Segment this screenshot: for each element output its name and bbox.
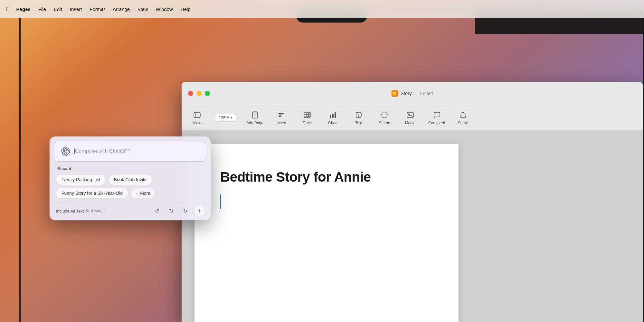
menubar-edit[interactable]: Edit [54, 6, 62, 12]
menubar-insert[interactable]: Insert [70, 6, 82, 12]
svg-point-23 [382, 112, 387, 118]
pages-toolbar: View 125% ▾ [182, 105, 643, 131]
zoom-value: 125% [219, 115, 229, 120]
undo-button[interactable]: ↺ [152, 206, 162, 216]
svg-rect-10 [279, 114, 282, 115]
word-count: 4 words [91, 209, 104, 213]
media-label: Media [405, 121, 416, 125]
refresh-button[interactable]: ↻ [180, 206, 190, 216]
up-down-arrows-icon: ⇅ [86, 209, 89, 213]
menubar-arrange[interactable]: Arrange [113, 6, 130, 12]
toolbar-insert[interactable]: Insert [274, 110, 289, 125]
text-cursor [220, 194, 221, 209]
menubar-format[interactable]: Format [90, 6, 105, 12]
redo-button[interactable]: ↻ [166, 206, 176, 216]
edited-status: — Edited [414, 91, 433, 96]
compose-placeholder: Compose with ChatGPT [74, 148, 199, 155]
recent-chip-family[interactable]: Family Packing List [56, 174, 106, 185]
toolbar-share[interactable]: Share [455, 110, 471, 125]
media-icon [406, 110, 415, 119]
toolbar-add-page[interactable]: Add Page [246, 110, 263, 125]
toolbar-chart[interactable]: Chart [325, 110, 341, 125]
desktop:  Pages File Edit Insert Format Arrange … [0, 0, 644, 322]
include-text-toggle[interactable]: Include All Text ⇅ 4 words [56, 209, 105, 213]
menubar-help[interactable]: Help [181, 6, 191, 12]
add-page-icon [251, 110, 260, 119]
toolbar-view[interactable]: View [189, 110, 205, 125]
document-page[interactable]: Bedtime Story for Annie [194, 144, 459, 322]
add-button[interactable]: + [194, 206, 204, 216]
close-button[interactable] [188, 91, 193, 96]
pages-window: Story — Edited View [182, 82, 643, 322]
svg-rect-17 [330, 115, 331, 118]
menubar:  Pages File Edit Insert Format Arrange … [0, 0, 644, 18]
toolbar-text[interactable]: Text [351, 110, 366, 125]
toolbar-zoom[interactable]: 125% ▾ [215, 114, 236, 122]
toolbar-comment[interactable]: Comment [428, 110, 445, 125]
window-controls [188, 91, 210, 96]
insert-icon [277, 110, 286, 119]
screen-bezel: Story — Edited View [19, 10, 644, 322]
shape-icon [380, 110, 389, 119]
sidebar-icon [193, 110, 202, 119]
shape-label: Shape [379, 121, 390, 125]
svg-rect-2 [393, 93, 396, 94]
document-body[interactable]: Bedtime Story for Annie [182, 131, 643, 322]
table-label: Table [303, 121, 312, 125]
svg-rect-1 [393, 92, 396, 93]
screen: Story — Edited View [21, 11, 643, 322]
window-titlebar: Story — Edited [182, 82, 643, 105]
recent-chip-bookclub[interactable]: Book Club Invite [109, 174, 152, 185]
chevron-down-icon: ⌄ [136, 191, 139, 195]
menubar-file[interactable]: File [38, 6, 46, 12]
recent-chips: Family Packing List Book Club Invite Fun… [56, 174, 204, 199]
share-icon [459, 110, 468, 119]
share-label: Share [458, 121, 468, 125]
chart-icon [328, 110, 337, 119]
svg-rect-12 [304, 112, 310, 118]
openai-icon [61, 147, 71, 156]
menubar-pages[interactable]: Pages [16, 6, 31, 12]
more-label: More [140, 191, 150, 196]
recent-section: Recent Family Packing List Book Club Inv… [50, 164, 211, 203]
chart-label: Chart [328, 121, 337, 125]
document-title: Story [401, 90, 412, 96]
table-icon [303, 110, 312, 119]
svg-rect-4 [194, 112, 200, 118]
menubar-view[interactable]: View [137, 6, 148, 12]
toolbar-table[interactable]: Table [299, 110, 315, 125]
svg-rect-19 [335, 112, 336, 118]
recent-chip-funny[interactable]: Funny Story for a Six-Year-Old [56, 188, 128, 199]
window-title-area: Story — Edited [392, 90, 433, 97]
toolbar-media[interactable]: Media [402, 110, 418, 125]
minimize-button[interactable] [196, 91, 202, 96]
footer-actions: ↺ ↻ ↻ + [152, 206, 204, 216]
document-heading: Bedtime Story for Annie [220, 169, 433, 185]
svg-rect-18 [332, 114, 334, 118]
include-text-label: Include All Text [56, 209, 84, 213]
zoom-chevron: ▾ [231, 116, 232, 120]
comment-icon [432, 110, 441, 119]
popup-footer: Include All Text ⇅ 4 words ↺ ↻ ↻ + [50, 203, 211, 220]
comment-label: Comment [428, 121, 445, 125]
svg-rect-11 [279, 116, 281, 117]
svg-rect-9 [279, 113, 284, 114]
toolbar-shape[interactable]: Shape [377, 110, 392, 125]
text-label: Text [355, 121, 362, 125]
apple-menu-icon[interactable]:  [6, 6, 9, 13]
svg-rect-3 [393, 94, 395, 95]
more-button[interactable]: ⌄ More [131, 188, 155, 199]
menubar-window[interactable]: Window [156, 6, 173, 12]
insert-label: Insert [277, 121, 286, 125]
document-icon [392, 90, 398, 97]
compose-input-area[interactable]: Compose with ChatGPT [54, 141, 206, 162]
maximize-button[interactable] [205, 91, 210, 96]
view-label: View [193, 121, 201, 125]
text-icon [354, 110, 363, 119]
document-cursor-line [220, 194, 433, 209]
add-page-label: Add Page [246, 121, 263, 125]
chatgpt-compose-popup: Compose with ChatGPT Recent Family Packi… [50, 137, 211, 220]
placeholder-text: Compose with ChatGPT [75, 148, 131, 154]
recent-label: Recent [56, 166, 204, 171]
